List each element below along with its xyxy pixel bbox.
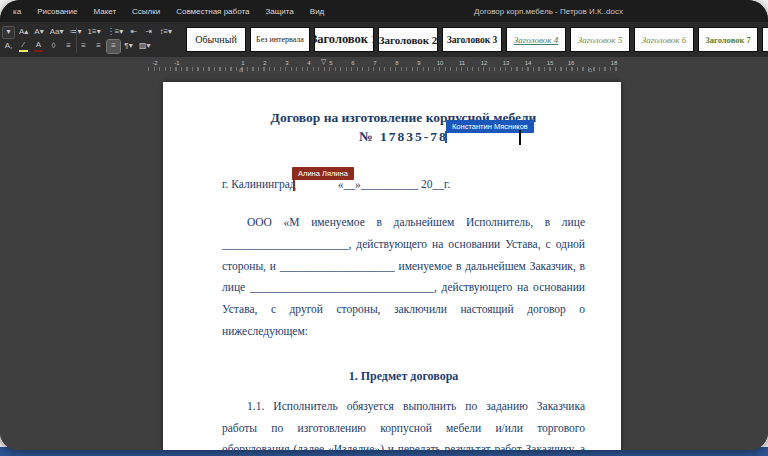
style-label: Обычный xyxy=(195,34,236,45)
menu-item-2[interactable]: Макет xyxy=(93,7,116,16)
style-label: Заголовок 3 xyxy=(447,35,498,45)
app-window: ка РисованиеМакетСсылкиСовместная работа… xyxy=(0,0,768,450)
ruler-mark-15: 15 xyxy=(546,60,555,66)
menu-item-partial[interactable]: ка xyxy=(13,7,21,16)
style-option-h1[interactable]: Заголовок 1 xyxy=(314,27,374,52)
collaborator-label-lyalina: Алина Лялина xyxy=(292,167,354,180)
change-case-button[interactable]: Aa▾ xyxy=(48,26,66,39)
style-option-nospacing[interactable]: Без интервала xyxy=(250,27,310,52)
style-option-h7[interactable]: Заголовок 7 xyxy=(698,27,758,52)
menu-item-3[interactable]: Ссылки xyxy=(132,7,160,16)
font-size-dropdown[interactable]: ▾ xyxy=(2,26,15,39)
style-label: Заголовок 4 xyxy=(514,35,559,45)
text-insertion-cursor xyxy=(519,130,521,145)
numbering-button[interactable]: 1≡▾ xyxy=(86,26,103,39)
line-spacing-button[interactable]: ↕≡▾ xyxy=(157,26,174,39)
color-bar xyxy=(19,50,28,52)
shrink-font-icon: A▾ xyxy=(34,28,43,36)
style-option-h2[interactable]: Заголовок 2 xyxy=(378,27,438,52)
horizontal-ruler[interactable]: ▽ ⌂ ⌂ -2-11234567891011121314151618 xyxy=(0,57,768,78)
ruler-mark-4: 4 xyxy=(306,60,311,66)
style-option-h6[interactable]: Заголовок 6 xyxy=(634,27,694,52)
ruler-ticks xyxy=(148,67,620,71)
align-left-icon: ≡ xyxy=(66,42,71,50)
ruler-mark-16: 16 xyxy=(567,60,576,66)
align-justify-icon: ≡ xyxy=(111,42,116,50)
grow-font-button[interactable]: A▴ xyxy=(17,26,30,39)
ruler-mark-13: 13 xyxy=(502,60,511,66)
style-option-h3[interactable]: Заголовок 3 xyxy=(442,27,502,52)
menu-item-6[interactable]: Вид xyxy=(310,7,324,16)
section-heading: 1. Предмет договора xyxy=(222,369,585,384)
menu-item-5[interactable]: Защита xyxy=(265,7,293,16)
style-option-h8[interactable]: Заголовок 8 xyxy=(762,27,768,52)
ruler-mark-5: 5 xyxy=(328,60,333,66)
ruler-mark-8: 8 xyxy=(394,60,399,66)
work-area: ▽ ⌂ ⌂ -2-11234567891011121314151618 Дого… xyxy=(0,57,768,450)
menu-item-4[interactable]: Совместная работа xyxy=(176,7,249,16)
highlight-color-button[interactable]: ⁄ xyxy=(17,40,30,53)
numbering-icon: 1≡▾ xyxy=(88,28,101,36)
color-bar xyxy=(34,50,43,52)
formatting-buttons: ▾A▴A▾Aa▾≔▾1≡▾⋮≡▾⇤⇥↕≡▾ A,⁄A◊≡≡≡≡¶▾▨▾ xyxy=(0,25,184,53)
multilevel-list-icon: ⋮≡▾ xyxy=(107,28,124,36)
ruler-mark--1: -1 xyxy=(173,60,180,66)
align-center-icon: ≡ xyxy=(81,42,86,50)
left-indent-marker[interactable]: ⌂ xyxy=(239,66,243,73)
change-case-icon: Aa▾ xyxy=(50,28,64,36)
align-center-button[interactable]: ≡ xyxy=(77,40,90,53)
style-gallery: ОбычныйБез интервалаЗаголовок 1Заголовок… xyxy=(186,27,768,52)
ruler-mark-9: 9 xyxy=(416,60,421,66)
style-label: Без интервала xyxy=(256,35,304,44)
style-label: Заголовок 7 xyxy=(705,35,750,45)
font-color-button[interactable]: A xyxy=(32,40,45,53)
document-page[interactable]: Договор на изготовление корпусной мебели… xyxy=(163,82,621,450)
city-date-line: г. Калининград«__»__________ 20__г. xyxy=(222,178,585,190)
menu-bar: РисованиеМакетСсылкиСовместная работаЗащ… xyxy=(37,7,324,16)
decrease-indent-icon: ⇤ xyxy=(131,28,138,36)
ruler-mark-2: 2 xyxy=(262,60,267,66)
ruler-mark--2: -2 xyxy=(151,60,158,66)
font-size-dropdown-icon: ▾ xyxy=(6,28,10,36)
ruler-mark-10: 10 xyxy=(436,60,445,66)
grow-font-icon: A▴ xyxy=(19,28,28,36)
style-label: Заголовок 1 xyxy=(314,32,374,47)
right-indent-marker[interactable]: ⌂ xyxy=(588,66,592,73)
nonprinting-chars-button[interactable]: ¶▾ xyxy=(122,40,135,53)
align-right-button[interactable]: ≡ xyxy=(92,40,105,53)
style-label: Заголовок 5 xyxy=(578,35,623,45)
style-label: Заголовок 6 xyxy=(642,35,687,45)
clear-style-button[interactable]: ◊ xyxy=(47,40,60,53)
first-line-indent-marker[interactable]: ▽ xyxy=(321,58,326,65)
intro-paragraph: ООО «М именуемое в дальнейшем Исполнител… xyxy=(222,212,585,343)
paragraph-1-1: 1.1. Исполнитель обязуется выполнить по … xyxy=(222,396,585,450)
increase-indent-button[interactable]: ⇥ xyxy=(142,26,155,39)
toolbar: ▾A▴A▾Aa▾≔▾1≡▾⋮≡▾⇤⇥↕≡▾ A,⁄A◊≡≡≡≡¶▾▨▾ Обыч… xyxy=(0,22,768,57)
subscript-button[interactable]: A, xyxy=(2,40,15,53)
subscript-icon: A, xyxy=(5,42,13,50)
toolbar-divider xyxy=(76,27,77,53)
shrink-font-button[interactable]: A▾ xyxy=(32,26,45,39)
line-spacing-icon: ↕≡▾ xyxy=(159,28,172,36)
shading-button[interactable]: ▨▾ xyxy=(137,40,153,53)
style-option-h5[interactable]: Заголовок 5 xyxy=(570,27,630,52)
align-left-button[interactable]: ≡ xyxy=(62,40,75,53)
window-title: Договор корп.мебель - Петров И.К..docx xyxy=(474,7,623,16)
align-right-icon: ≡ xyxy=(96,42,101,50)
style-option-h4[interactable]: Заголовок 4 xyxy=(506,27,566,52)
ruler-mark-11: 11 xyxy=(458,60,466,66)
ruler-mark-12: 12 xyxy=(480,60,489,66)
font-color-icon: A xyxy=(36,41,41,49)
ruler-mark-7: 7 xyxy=(372,60,377,66)
decrease-indent-button[interactable]: ⇤ xyxy=(127,26,140,39)
ruler-mark-14: 14 xyxy=(524,60,533,66)
ruler-mark-6: 6 xyxy=(350,60,355,66)
multilevel-list-button[interactable]: ⋮≡▾ xyxy=(105,26,126,39)
style-option-normal[interactable]: Обычный xyxy=(186,27,246,52)
align-justify-button[interactable]: ≡ xyxy=(107,40,120,53)
ruler-mark-18: 18 xyxy=(610,60,619,66)
city-text: г. Калининград xyxy=(222,178,296,190)
nonprinting-chars-icon: ¶▾ xyxy=(124,42,132,50)
title-bar: ка РисованиеМакетСсылкиСовместная работа… xyxy=(0,0,768,22)
menu-item-1[interactable]: Рисование xyxy=(37,7,77,16)
